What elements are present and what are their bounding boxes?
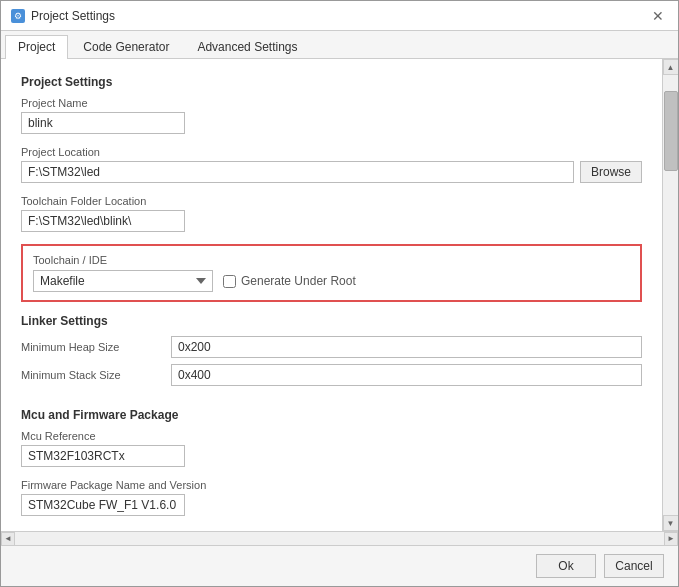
vertical-scrollbar[interactable]: ▲ ▼ (662, 59, 678, 531)
scroll-right-arrow[interactable]: ► (664, 532, 678, 546)
window-title: Project Settings (31, 9, 115, 23)
ok-button[interactable]: Ok (536, 554, 596, 578)
project-location-input[interactable] (21, 161, 574, 183)
cancel-button[interactable]: Cancel (604, 554, 664, 578)
title-bar: ⚙ Project Settings ✕ (1, 1, 678, 31)
tab-code-generator[interactable]: Code Generator (70, 35, 182, 58)
project-name-group: Project Name (21, 97, 642, 134)
browse-button[interactable]: Browse (580, 161, 642, 183)
min-stack-label: Minimum Stack Size (21, 369, 161, 381)
toolchain-ide-label: Toolchain / IDE (33, 254, 630, 266)
toolchain-ide-select[interactable]: Makefile MDK-ARM EWARM SW4STM32 (33, 270, 213, 292)
generate-under-root-wrapper: Generate Under Root (223, 274, 356, 288)
scroll-thumb[interactable] (664, 91, 678, 171)
tab-bar: Project Code Generator Advanced Settings (1, 31, 678, 59)
window-icon: ⚙ (11, 9, 25, 23)
firmware-package-group: Firmware Package Name and Version (21, 479, 642, 516)
firmware-package-label: Firmware Package Name and Version (21, 479, 642, 491)
linker-settings-section: Linker Settings Minimum Heap Size Minimu… (21, 314, 642, 386)
main-content: Project Settings Project Name Project Lo… (1, 59, 662, 531)
mcu-reference-group: Mcu Reference (21, 430, 642, 467)
project-location-row: Browse (21, 161, 642, 183)
toolchain-folder-input[interactable] (21, 210, 185, 232)
toolchain-ide-row: Makefile MDK-ARM EWARM SW4STM32 Generate… (33, 270, 630, 292)
horizontal-scrollbar[interactable]: ◄ ► (1, 531, 678, 545)
min-heap-row: Minimum Heap Size (21, 336, 642, 358)
generate-under-root-checkbox[interactable] (223, 275, 236, 288)
project-name-input[interactable] (21, 112, 185, 134)
scroll-left-arrow[interactable]: ◄ (1, 532, 15, 546)
project-settings-window: ⚙ Project Settings ✕ Project Code Genera… (0, 0, 679, 587)
linker-settings-header: Linker Settings (21, 314, 642, 328)
toolchain-folder-group: Toolchain Folder Location (21, 195, 642, 232)
horizontal-scroll-track[interactable] (15, 532, 664, 545)
scroll-down-arrow[interactable]: ▼ (663, 515, 679, 531)
mcu-reference-input[interactable] (21, 445, 185, 467)
project-name-label: Project Name (21, 97, 642, 109)
generate-under-root-label: Generate Under Root (241, 274, 356, 288)
mcu-firmware-section: Mcu and Firmware Package Mcu Reference F… (21, 408, 642, 516)
min-heap-label: Minimum Heap Size (21, 341, 161, 353)
project-location-label: Project Location (21, 146, 642, 158)
title-bar-left: ⚙ Project Settings (11, 9, 115, 23)
tab-advanced-settings[interactable]: Advanced Settings (184, 35, 310, 58)
mcu-firmware-header: Mcu and Firmware Package (21, 408, 642, 422)
content-area: Project Settings Project Name Project Lo… (1, 59, 678, 531)
project-settings-header: Project Settings (21, 75, 642, 89)
close-button[interactable]: ✕ (648, 6, 668, 26)
tab-project[interactable]: Project (5, 35, 68, 59)
toolchain-folder-label: Toolchain Folder Location (21, 195, 642, 207)
toolchain-ide-box: Toolchain / IDE Makefile MDK-ARM EWARM S… (21, 244, 642, 302)
min-stack-input[interactable] (171, 364, 642, 386)
mcu-reference-label: Mcu Reference (21, 430, 642, 442)
firmware-package-input[interactable] (21, 494, 185, 516)
scroll-up-arrow[interactable]: ▲ (663, 59, 679, 75)
footer: Ok Cancel (1, 545, 678, 586)
min-heap-input[interactable] (171, 336, 642, 358)
project-location-group: Project Location Browse (21, 146, 642, 183)
min-stack-row: Minimum Stack Size (21, 364, 642, 386)
